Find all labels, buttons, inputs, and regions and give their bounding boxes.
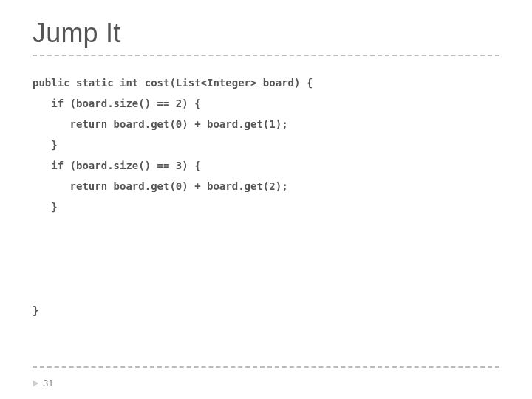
code-block: public static int cost(List<Integer> boa… bbox=[33, 72, 499, 321]
page-title: Jump It bbox=[33, 18, 499, 49]
footer-divider bbox=[33, 366, 499, 368]
slide-marker-icon bbox=[33, 380, 38, 387]
page-number: 31 bbox=[43, 378, 53, 389]
title-divider bbox=[33, 55, 499, 56]
slide-container: Jump It public static int cost(List<Inte… bbox=[0, 0, 532, 399]
footer: 31 bbox=[33, 378, 53, 389]
